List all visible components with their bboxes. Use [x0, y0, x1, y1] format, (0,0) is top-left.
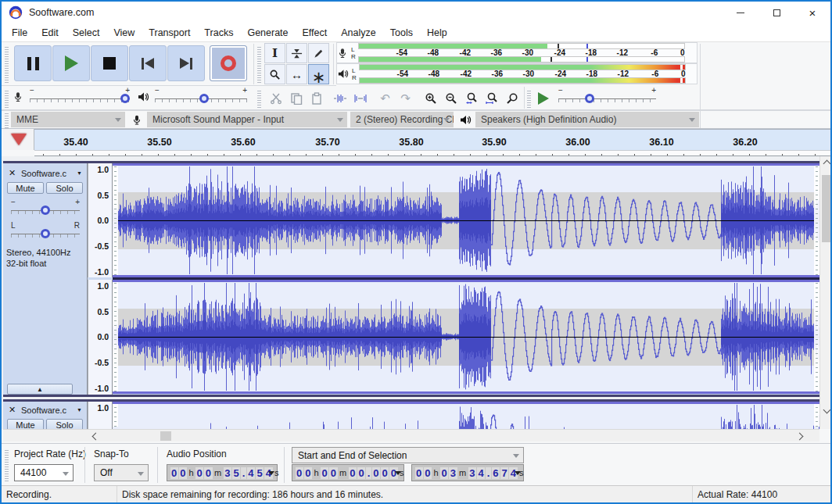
paste-button[interactable]	[307, 88, 326, 108]
scroll-down-button[interactable]	[820, 404, 832, 415]
cut-button[interactable]	[266, 88, 285, 108]
play-speed-thumb[interactable]	[585, 94, 594, 103]
menu-edit[interactable]: Edit	[34, 23, 66, 41]
recording-volume-slider[interactable]: −+	[30, 92, 130, 105]
playback-volume-thumb[interactable]	[199, 94, 209, 103]
zoom-tool-button[interactable]	[264, 64, 285, 84]
menu-view[interactable]: View	[106, 23, 142, 41]
zoom-toggle-button[interactable]	[502, 88, 522, 108]
edit-toolbar-grip[interactable]	[257, 89, 261, 108]
snap-to-dropdown[interactable]: Off	[94, 464, 149, 481]
skip-to-end-button[interactable]	[167, 45, 205, 81]
menu-tracks[interactable]: Tracks	[197, 23, 240, 41]
fit-project-button[interactable]	[482, 88, 501, 108]
vertical-ruler-1[interactable]: 1.0 0.5 0.0 -0.5 -1.0	[88, 163, 113, 277]
silence-audio-button[interactable]	[350, 88, 370, 108]
selection-end-field[interactable]: 00h03m34.674s	[411, 464, 524, 481]
project-rate-dropdown[interactable]: 44100	[14, 464, 74, 481]
vertical-scrollbar[interactable]	[819, 156, 832, 429]
timeshift-tool-button[interactable]: ↔	[286, 64, 307, 84]
menu-tools[interactable]: Tools	[383, 23, 420, 41]
recording-meter[interactable]: LR -54-48 -42-36 -30-24 -18-12 -60	[336, 42, 698, 63]
selection-tool-button[interactable]: I	[264, 43, 285, 63]
scroll-up-button[interactable]	[820, 158, 832, 169]
menu-generate[interactable]: Generate	[240, 23, 295, 41]
close-button[interactable]: ×	[794, 2, 830, 23]
vertical-scroll-thumb[interactable]	[822, 175, 831, 242]
pan-slider[interactable]: LR	[11, 227, 80, 240]
menu-help[interactable]: Help	[420, 23, 454, 41]
record-button[interactable]	[210, 45, 247, 81]
horizontal-scrollbar[interactable]	[3, 429, 819, 441]
play-speed-slider[interactable]: −+	[558, 92, 656, 105]
track-name-dropdown[interactable]: Sooftware.c▼	[19, 404, 84, 416]
skip-to-start-button[interactable]	[129, 45, 167, 81]
envelope-tool-button[interactable]	[286, 43, 307, 63]
clip-edge-right[interactable]	[814, 282, 819, 391]
stop-button[interactable]	[91, 45, 128, 81]
transport-toolbar-grip[interactable]	[5, 45, 9, 83]
recording-channels-dropdown[interactable]: 2 (Stereo) Recording Channels	[350, 112, 454, 127]
gain-thumb[interactable]	[41, 206, 50, 215]
redo-button[interactable]: ↷	[396, 88, 415, 108]
solo-button[interactable]: Solo	[46, 182, 83, 194]
scroll-left-button[interactable]	[89, 430, 102, 442]
undo-button[interactable]: ↶	[375, 88, 395, 108]
playback-device-dropdown[interactable]: Speakers (High Definition Audio)	[475, 112, 699, 127]
clip-edge-left[interactable]	[113, 166, 118, 275]
track-name-dropdown[interactable]: Sooftware.c▼	[19, 167, 84, 179]
tools-toolbar-grip[interactable]	[257, 45, 261, 83]
draw-tool-button[interactable]	[308, 43, 329, 63]
recording-volume-thumb[interactable]	[120, 94, 130, 103]
waveform-track2[interactable]	[113, 402, 819, 429]
audio-position-field[interactable]: 00h00m35.454s	[167, 464, 278, 481]
copy-button[interactable]	[286, 88, 306, 108]
device-toolbar-grip[interactable]	[5, 113, 9, 128]
pause-button[interactable]	[14, 45, 52, 81]
menu-transport[interactable]: Transport	[142, 23, 197, 41]
trim-audio-button[interactable]	[330, 88, 350, 108]
multi-tool-button[interactable]: ∗	[308, 64, 329, 84]
vertical-ruler-2[interactable]: 1.0 0.5 0.0 -0.5 -1.0	[88, 280, 113, 395]
menu-effect[interactable]: Effect	[296, 23, 335, 41]
clip-edge-right[interactable]	[814, 166, 819, 275]
mute-button[interactable]: Mute	[7, 182, 44, 194]
maximize-button[interactable]	[758, 2, 794, 23]
play-at-speed-button[interactable]	[533, 88, 553, 108]
playback-meter[interactable]: LR -54-48 -42-36 -30-24 -18-12 -60	[336, 63, 698, 84]
waveform-canvas-3[interactable]	[113, 402, 819, 429]
scroll-right-button[interactable]	[793, 430, 805, 442]
pan-thumb[interactable]	[41, 229, 50, 238]
waveform-canvas-2[interactable]	[113, 280, 819, 394]
waveform-canvas-1[interactable]	[113, 163, 819, 277]
track-close-button[interactable]: ✕	[7, 168, 17, 178]
waveform-right-channel[interactable]	[113, 280, 819, 394]
zoom-in-button[interactable]	[421, 88, 440, 108]
collapse-track-button[interactable]: ▲	[7, 384, 73, 395]
mixer-toolbar-grip[interactable]	[5, 89, 9, 108]
selection-toolbar-grip[interactable]	[5, 449, 9, 481]
timeline-ruler[interactable]: 35.40 35.50 35.60 35.70 35.80 35.90 36.0…	[34, 129, 832, 150]
audio-host-dropdown[interactable]: MME	[11, 112, 125, 127]
recording-device-dropdown[interactable]: Microsoft Sound Mapper - Input	[147, 112, 347, 127]
clip-edge-left[interactable]	[113, 282, 118, 391]
pinned-playhead-icon[interactable]	[11, 134, 27, 145]
menu-file[interactable]: File	[5, 23, 34, 41]
playback-volume-slider[interactable]: −+	[155, 92, 247, 105]
waveform-left-channel[interactable]	[113, 163, 819, 277]
menu-analyze[interactable]: Analyze	[334, 23, 382, 41]
track-close-button[interactable]: ✕	[7, 405, 17, 415]
vertical-ruler-3[interactable]: 1.0	[88, 402, 113, 431]
play-at-speed-grip[interactable]	[527, 89, 531, 108]
minimize-button[interactable]	[723, 2, 758, 23]
clip-edge-right[interactable]	[814, 404, 819, 427]
menu-select[interactable]: Select	[66, 23, 107, 41]
gain-slider[interactable]: −+	[11, 204, 80, 216]
clip-edge-left[interactable]	[113, 404, 118, 427]
selection-start-field[interactable]: 00h00m00.000s	[292, 464, 404, 481]
zoom-out-button[interactable]	[441, 88, 461, 108]
zoom-selection-button[interactable]	[461, 88, 481, 108]
play-button[interactable]	[52, 45, 90, 81]
selection-mode-dropdown[interactable]: Start and End of Selection	[292, 447, 524, 463]
timeline-pin-area[interactable]	[3, 129, 34, 150]
